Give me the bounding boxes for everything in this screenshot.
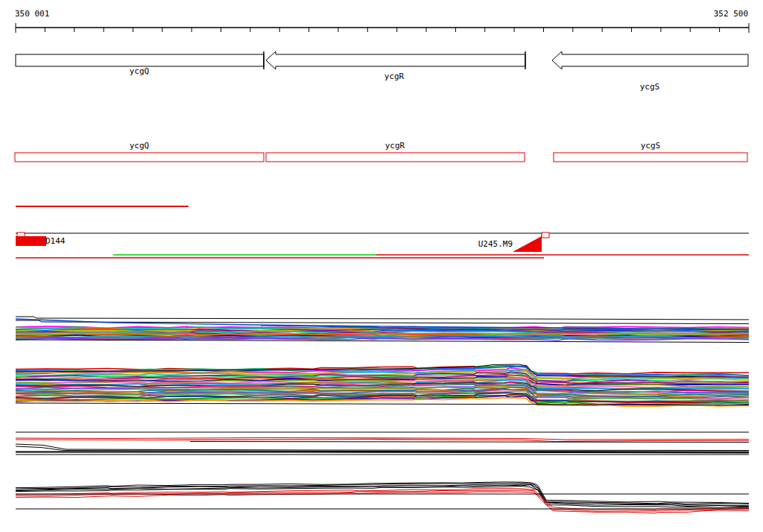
marker-label-u245: U245.M9 bbox=[478, 240, 513, 248]
signal-feature-line bbox=[16, 317, 749, 320]
u245-triangle bbox=[513, 236, 542, 252]
gene-box-ycgQ[interactable] bbox=[15, 153, 264, 162]
u245-open-box bbox=[542, 232, 549, 238]
genome-browser-view: 350 001 352 500 ycgQ ycgR ycgS ycgQ ycgR… bbox=[0, 0, 763, 532]
signal-panel-1 bbox=[16, 317, 749, 343]
genome-browser-canvas bbox=[0, 0, 763, 532]
gene-arrow-ycgQ[interactable] bbox=[16, 54, 264, 66]
signal-panel-2 bbox=[16, 364, 749, 406]
signal-feature-line bbox=[16, 446, 749, 452]
signal-feature-line bbox=[16, 444, 749, 451]
gene-arrow-ycgR[interactable] bbox=[266, 51, 525, 69]
ruler-end-coordinate: 352 500 bbox=[714, 10, 748, 18]
signal-feature-line bbox=[16, 452, 749, 453]
signal-line bbox=[16, 484, 749, 504]
d144-block bbox=[16, 236, 46, 246]
signal-line bbox=[16, 490, 749, 511]
signal-panel-3 bbox=[16, 432, 749, 455]
gene-arrow-ycgS[interactable] bbox=[552, 51, 748, 69]
annotation-box-label-ycgR: ycgR bbox=[385, 142, 405, 150]
annotation-box-label-ycgQ: ycgQ bbox=[130, 142, 150, 150]
marker-label-d144: D144 bbox=[45, 237, 66, 245]
gene-arrow-label-ycgQ: ycgQ bbox=[130, 67, 150, 75]
signal-feature-line bbox=[190, 442, 749, 443]
signal-line bbox=[16, 492, 749, 513]
ruler-start-coordinate: 350 001 bbox=[15, 10, 49, 18]
gene-box-ycgR[interactable] bbox=[266, 153, 525, 162]
gene-box-ycgS[interactable] bbox=[554, 153, 747, 162]
annotation-box-label-ycgS: ycgS bbox=[641, 142, 661, 150]
gene-arrow-label-ycgS: ycgS bbox=[640, 83, 660, 91]
gene-arrow-label-ycgR: ycgR bbox=[384, 72, 405, 80]
signal-panel-4 bbox=[16, 482, 749, 513]
